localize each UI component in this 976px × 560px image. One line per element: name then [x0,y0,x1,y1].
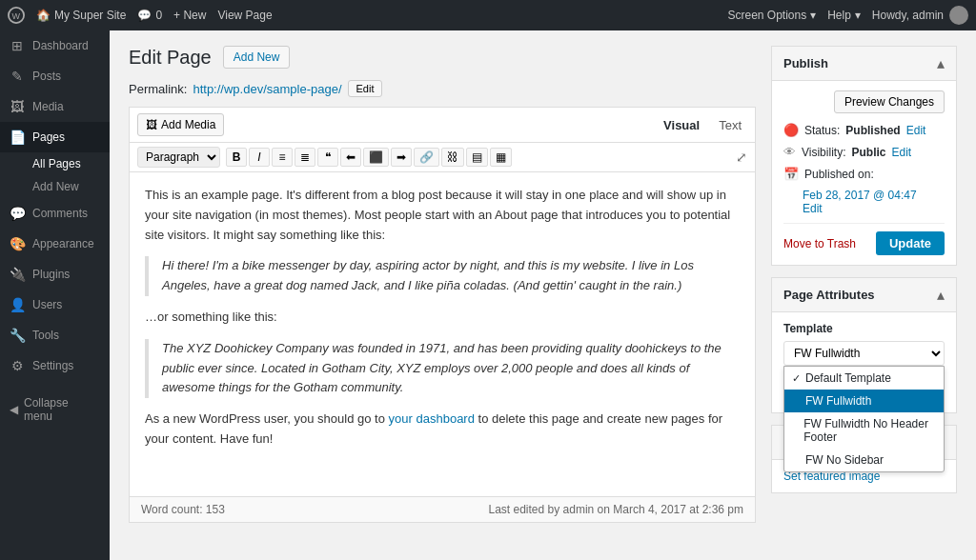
published-date-row: 📅 Published on: [783,167,945,181]
page-attributes-header: Page Attributes ▴ [772,278,956,312]
sidebar-item-comments[interactable]: 💬 Comments [0,198,110,229]
add-new-page-button[interactable]: Add New [223,46,291,69]
permalink-label: Permalink: [129,82,187,96]
unlink-button[interactable]: ⛓ [441,148,464,167]
comments-icon-bar[interactable]: 💬 0 [137,9,162,22]
permalink-row: Permalink: http://wp.dev/sample-page/ Ed… [129,80,756,97]
page-attributes-body: Template Default Template FW Fullwidth F… [772,312,956,412]
blockquote-button[interactable]: ❝ [317,148,338,167]
template-label: Template [783,322,945,335]
insert-link-button[interactable]: 🔗 [414,148,439,167]
page-attributes-box: Page Attributes ▴ Template Default Templ… [771,277,957,413]
align-center-button[interactable]: ⬛ [363,148,389,167]
site-name[interactable]: 🏠 My Super Site [36,9,126,22]
tools-icon: 🔧 [10,328,25,343]
published-date-value[interactable]: Feb 28, 2017 @ 04:47 [803,189,917,202]
visibility-edit-link[interactable]: Edit [891,146,911,159]
visibility-row: 👁 Visibility: Public Edit [783,145,945,159]
permalink-edit-button[interactable]: Edit [348,80,383,97]
tab-visual[interactable]: Visual [658,116,705,134]
content-blockquote-2: The XYZ Doohickey Company was founded in… [145,339,740,398]
sidebar-item-appearance[interactable]: 🎨 Appearance [0,229,110,259]
check-icon: ✓ [792,372,802,385]
chevron-down-icon: ▾ [810,9,816,22]
pages-icon: 📄 [10,130,25,145]
page-header: Edit Page Add New [129,46,756,69]
insert-more-button[interactable]: ▦ [490,148,512,167]
move-to-trash-link[interactable]: Move to Trash [783,237,856,250]
sidebar-item-settings[interactable]: ⚙ Settings [0,350,110,381]
posts-icon: ✎ [10,69,25,84]
svg-text:W: W [12,11,21,21]
preview-changes-button[interactable]: Preview Changes [834,90,945,113]
new-content-button[interactable]: + New [173,9,206,22]
sidebar-item-posts[interactable]: ✎ Posts [0,61,110,91]
expand-editor-button[interactable]: ⤢ [736,150,747,165]
avatar [949,6,968,25]
visibility-label: Visibility: [802,146,845,159]
align-right-button[interactable]: ➡ [391,148,412,167]
help-button[interactable]: Help ▾ [827,9,861,22]
published-date-edit-link[interactable]: Edit [803,202,823,215]
view-page-link[interactable]: View Page [217,9,272,22]
sidebar-subitem-add-new[interactable]: Add New [0,175,110,198]
tab-text[interactable]: Text [713,116,747,134]
template-option-no-sidebar-item[interactable]: FW No Sidebar [784,449,944,471]
sidebar-item-dashboard[interactable]: ⊞ Dashboard [0,30,110,61]
sidebar-subitem-all-pages[interactable]: All Pages [0,152,110,175]
published-label: Published on: [804,168,874,181]
template-option-default-item[interactable]: ✓ Default Template [784,367,944,390]
italic-button[interactable]: I [249,148,270,167]
publish-box-header: Publish ▴ [772,47,956,81]
publish-box-toggle[interactable]: ▴ [937,54,945,72]
chevron-down-icon: ▾ [855,9,861,22]
sidebar-item-tools[interactable]: 🔧 Tools [0,320,110,350]
page-attributes-toggle[interactable]: ▴ [937,286,945,304]
users-icon: 👤 [10,297,25,312]
content-quote-1-text: Hi there! I'm a bike messenger by day, a… [162,256,740,296]
insert-table-button[interactable]: ▤ [466,148,488,167]
page-attributes-title: Page Attributes [783,288,875,302]
comments-icon: 💬 [10,206,25,221]
unordered-list-button[interactable]: ≡ [272,148,293,167]
editor-format-bar: Paragraph B I ≡ ≣ ❝ ⬅ ⬛ ➡ 🔗 ⛓ ▤ ▦ [130,143,755,172]
template-option-no-header-item[interactable]: FW Fullwidth No Header Footer [784,412,944,449]
sidebar-item-media[interactable]: 🖼 Media [0,91,110,122]
status-value: Published [845,124,900,137]
user-account[interactable]: Howdy, admin [872,6,968,25]
template-dropdown-container: Default Template FW Fullwidth FW Fullwid… [783,341,945,366]
update-button[interactable]: Update [876,231,945,255]
ordered-list-button[interactable]: ≣ [295,148,315,167]
dashboard-link[interactable]: your dashboard [389,411,475,426]
template-dropdown-menu: ✓ Default Template FW Fullwidth FW Fullw [783,366,945,472]
status-icon: 🔴 [783,123,799,137]
appearance-icon: 🎨 [10,236,25,251]
align-left-button[interactable]: ⬅ [340,148,361,167]
content-blockquote-1: Hi there! I'm a bike messenger by day, a… [145,256,740,296]
template-option-fullwidth-item[interactable]: FW Fullwidth [784,390,944,412]
editor-box: 🖼 Add Media Visual Text Paragraph [129,107,756,523]
template-select[interactable]: Default Template FW Fullwidth FW Fullwid… [783,341,945,366]
publish-box-body: Preview Changes 🔴 Status: Published Edit… [772,81,956,265]
editor-content-area[interactable]: This is an example page. It's different … [130,172,755,496]
sidebar-item-users[interactable]: 👤 Users [0,290,110,320]
editor-toolbar-row1: 🖼 Add Media Visual Text [130,108,755,143]
screen-options-button[interactable]: Screen Options ▾ [727,9,816,22]
sidebar-item-pages[interactable]: 📄 Pages [0,122,110,152]
preview-section: Preview Changes [783,90,945,113]
content-paragraph-2: As a new WordPress user, you should go t… [145,410,740,450]
right-sidebar: Publish ▴ Preview Changes 🔴 Status: Publ… [771,46,957,523]
paragraph-format-select[interactable]: Paragraph [137,147,220,168]
status-edit-link[interactable]: Edit [906,124,926,137]
visibility-icon: 👁 [783,145,796,159]
main-content-area: Edit Page Add New Permalink: http://wp.d… [129,46,756,523]
wp-logo-icon[interactable]: W [8,7,25,24]
publish-actions-row: Move to Trash Update [783,231,945,255]
permalink-url[interactable]: http://wp.dev/sample-page/ [193,82,341,96]
bold-button[interactable]: B [226,148,247,167]
content-or-text: …or something like this: [145,308,740,328]
home-icon: 🏠 [36,9,51,22]
sidebar-item-plugins[interactable]: 🔌 Plugins [0,259,110,290]
collapse-menu-button[interactable]: ◀ Collapse menu [0,389,110,430]
add-media-button[interactable]: 🖼 Add Media [137,113,224,136]
